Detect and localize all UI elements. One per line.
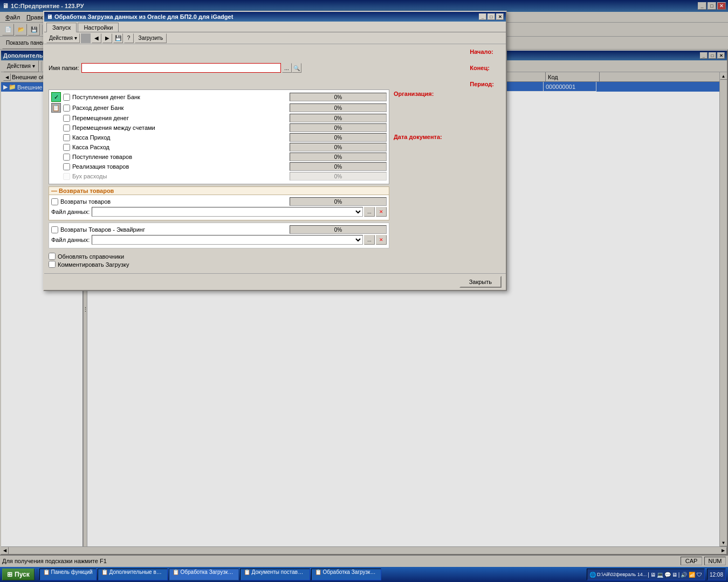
taskbar-btn-processing[interactable]: 📋 Обработка Загрузка данн... <box>169 569 239 580</box>
right-labels: Начало: Конец: Период: <box>470 50 502 87</box>
taskbar-icon-processing: 📋 <box>173 569 179 575</box>
file-browse-btn-1[interactable]: ... <box>364 207 375 217</box>
tray-icons-group: 🔊 📶 🛡 <box>681 572 702 578</box>
main-form-area: ✓ Поступления денег Банк 0% 📋 <box>49 89 502 269</box>
modal-footer: Закрыть <box>44 273 506 290</box>
returns-group-body: Возвраты товаров 0% Файл данных: ... ✕ <box>49 195 389 220</box>
tray-icon-net: 💻 <box>657 572 663 578</box>
file-row-2: Файл данных: ... ✕ <box>51 235 387 245</box>
taskbar: ⊞ Пуск 📋 Панель функций 📋 Дополнительные… <box>0 567 728 582</box>
check-icon-1: ✓ <box>51 92 61 102</box>
cb-postupleniye-tovarov-label: Поступление товаров <box>72 154 132 160</box>
pb-postupleniya: 0% <box>290 93 387 101</box>
icon-row-1: ✓ Поступления денег Банк 0% <box>51 92 387 102</box>
file-row-1: Файл данных: ... ✕ <box>51 207 387 217</box>
pb-ekvairing: 0% <box>290 225 387 234</box>
cb-kassa-rashod: Касса Расход 0% <box>51 143 387 151</box>
cb-rashod-label: Расход денег Банк <box>72 105 123 111</box>
org-label: Организация: <box>394 91 434 97</box>
cb-comment-load: Комментировать Загрузку <box>49 261 389 268</box>
tray-icon-1c: 🖥 <box>650 572 656 578</box>
cb-comment-label: Комментировать Загрузку <box>58 261 129 268</box>
doc-date-container: Дата документа: <box>394 134 502 140</box>
cb-realizaciya-label: Реализация товаров <box>72 163 129 170</box>
taskbar-label-docs: Документы поставщиков <box>252 569 310 575</box>
cb-realizaciya-check[interactable] <box>63 163 70 170</box>
cb-peremescheniya2: Перемещения между счетами 0% <box>51 123 387 132</box>
cb-peremescheniya: Перемещения денег 0% <box>51 114 387 122</box>
folder-browse-btn[interactable]: ... <box>282 63 292 73</box>
pb-postupleniye-tovarov: 0% <box>290 153 387 161</box>
file-combo-1[interactable] <box>92 207 363 217</box>
cb-peremescheniya-check[interactable] <box>63 115 70 122</box>
cb-postupleniya-label: Поступления денег Банк <box>72 94 140 100</box>
pb-kassa-prihod: 0% <box>290 133 387 142</box>
returns-group-label: Возвраты товаров <box>59 188 114 194</box>
taskbar-icon-external: 📋 <box>101 569 108 575</box>
start-row: Начало: <box>470 50 496 55</box>
start-label: Пуск <box>15 571 30 578</box>
cb-peremescheniya2-check[interactable] <box>63 124 70 131</box>
sys-tray: 🌐 D:\Ай\02февраль 14... | 🖥 💻 💬 🖥 | 🔊 📶 … <box>587 569 705 580</box>
cb-kassa-prihod: Касса Приход 0% <box>51 133 387 142</box>
checkbox-section: ✓ Поступления денег Банк 0% 📋 <box>49 89 389 184</box>
taskbar-btn-docs[interactable]: 📋 Документы поставщиков <box>240 569 310 580</box>
pb-vozvrat: 0% <box>290 197 387 206</box>
cb-kassa-rashod-label: Касса Расход <box>72 144 109 150</box>
cb-postupleniye-tovarov-check[interactable] <box>63 154 70 161</box>
taskbar-label-processing: Обработка Загрузка данн... <box>181 569 239 575</box>
cb-postupleniya: Поступления денег Банк 0% <box>63 93 387 101</box>
cb-update-refs-check[interactable] <box>49 253 56 260</box>
taskbar-btn-processing2[interactable]: 📋 Обработка Загрузка данн... <box>311 569 381 580</box>
cb-ekvairing-check[interactable] <box>51 226 58 233</box>
close-dialog-button[interactable]: Закрыть <box>459 276 502 288</box>
tray-icon-skype: 💬 <box>664 572 671 578</box>
folder-input[interactable] <box>81 63 281 73</box>
file-label-1: Файл данных: <box>51 209 90 215</box>
cb-vozvrat-ekvairing: Возвраты Товаров - Эквайринг 0% <box>51 225 387 234</box>
taskbar-icon-docs: 📋 <box>244 569 250 575</box>
cb-update-refs-label: Обновлять справочники <box>58 253 124 260</box>
cb-rashod-check[interactable] <box>63 105 70 112</box>
tray-label-folder: D:\Ай\02февраль 14... <box>597 572 647 577</box>
doc-date-label: Дата документа: <box>394 134 442 140</box>
cb-buh-rashody: Бух расходы 0% <box>51 172 387 181</box>
taskbar-label-panel: Панель функций <box>51 569 92 575</box>
cb-vozvrat-check[interactable] <box>51 198 58 205</box>
pb-buh-rashody: 0% <box>290 172 387 181</box>
cb-peremescheniya-label: Перемещения денег <box>72 115 129 121</box>
check-icon-2: 📋 <box>51 103 61 113</box>
cb-realizaciya: Реализация товаров 0% <box>51 162 387 171</box>
cb-comment-check[interactable] <box>49 261 56 268</box>
cb-postupleniya-check[interactable] <box>63 94 70 101</box>
cb-kassa-prihod-label: Касса Приход <box>72 134 111 141</box>
org-label-container: Организация: <box>394 91 502 97</box>
pb-peremescheniya: 0% <box>290 114 387 122</box>
file-combo-2[interactable] <box>92 235 363 245</box>
cb-kassa-rashod-check[interactable] <box>63 144 70 151</box>
taskbar-btn-external[interactable]: 📋 Дополнительные внешние... <box>98 569 168 580</box>
cb-buh-rashody-check <box>63 173 70 180</box>
tray-sep2: | <box>678 572 680 578</box>
cb-kassa-prihod-check[interactable] <box>63 134 70 141</box>
start-button[interactable]: ⊞ Пуск <box>2 569 35 580</box>
taskbar-right: 🌐 D:\Ай\02февраль 14... | 🖥 💻 💬 🖥 | 🔊 📶 … <box>587 569 726 580</box>
end-row: Конец: <box>470 65 496 71</box>
folder-search-btn[interactable]: 🔍 <box>292 63 301 73</box>
start-icon: ⊞ <box>7 571 12 578</box>
file-clear-btn-2[interactable]: ✕ <box>376 235 387 245</box>
main-area: Дополнительные внешние обработки _ □ ✕ Д… <box>0 50 728 555</box>
folder-row: Имя папки: ... 🔍 Начало: Конец: <box>49 50 502 87</box>
pb-rashod: 0% <box>290 103 387 112</box>
tray-icon-1c2: 🖥 <box>672 572 677 578</box>
taskbar-icon-processing2: 📋 <box>315 569 321 575</box>
returns-group: — Возвраты товаров Возвраты товаров 0% <box>49 186 389 220</box>
pb-peremescheniya2: 0% <box>290 123 387 132</box>
taskbar-btn-panel[interactable]: 📋 Панель функций <box>39 569 97 580</box>
clock: 12:08 <box>707 569 726 580</box>
cb-vozvrat-tovarov: Возвраты товаров 0% <box>51 197 387 206</box>
file-browse-btn-2[interactable]: ... <box>364 235 375 245</box>
options-section: Обновлять справочники Комментировать Заг… <box>49 253 389 268</box>
file-clear-btn-1[interactable]: ✕ <box>376 207 387 217</box>
period-label: Период: <box>470 81 494 87</box>
